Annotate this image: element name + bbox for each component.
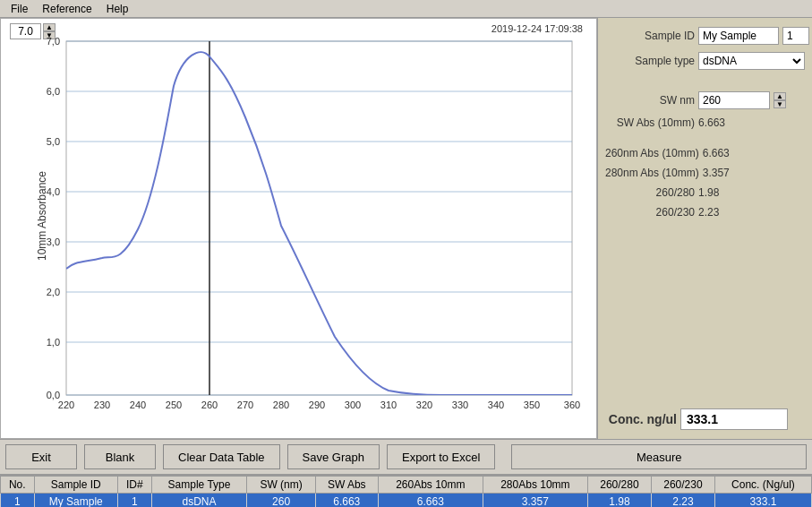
abs-280-label: 280nm Abs (10mm)	[605, 167, 699, 179]
table-cell: 333.1	[714, 494, 811, 508]
col-header-no: No.	[1, 477, 35, 494]
table-cell: 3.357	[483, 494, 587, 508]
svg-text:280: 280	[273, 400, 289, 410]
menu-reference[interactable]: Reference	[35, 2, 98, 16]
ratio-260-280-value: 1.98	[698, 186, 719, 199]
ratio-260-280-label: 260/280	[605, 186, 695, 199]
svg-text:2,0: 2,0	[47, 287, 60, 297]
sample-type-label: Sample type	[605, 55, 695, 67]
data-table: No. Sample ID ID# Sample Type SW (nm) SW…	[0, 476, 812, 507]
save-graph-button[interactable]: Save Graph	[287, 444, 380, 469]
y-scale-up-button[interactable]: ▲	[43, 23, 56, 31]
svg-text:300: 300	[345, 400, 361, 410]
col-header-abs-260: 260Abs 10mm	[378, 477, 483, 494]
sw-nm-label: SW nm	[605, 94, 695, 107]
abs-260-value: 6.663	[703, 147, 730, 159]
clear-data-table-button[interactable]: Clear Data Table	[163, 444, 280, 469]
sw-nm-down-button[interactable]: ▼	[774, 100, 786, 108]
sample-type-select[interactable]: dsDNA	[698, 52, 805, 70]
svg-text:260: 260	[201, 400, 218, 410]
sw-nm-spinner: ▲ ▼	[774, 92, 786, 108]
sw-abs-label: SW Abs (10mm)	[605, 116, 695, 129]
button-bar: Exit Blank Clear Data Table Save Graph E…	[0, 439, 812, 475]
table-cell: 6.663	[378, 494, 483, 508]
chart-timestamp: 2019-12-24 17:09:38	[491, 23, 583, 34]
sw-abs-value: 6.663	[698, 116, 725, 129]
graph-area: ▲ ▼ 2019-12-24 17:09:38 2层-50ul洗脱	[0, 18, 597, 439]
svg-text:5,0: 5,0	[47, 136, 60, 147]
svg-text:1,0: 1,0	[47, 337, 60, 348]
table-body: 1My Sample1dsDNA2606.6636.6633.3571.982.…	[1, 494, 812, 508]
col-header-conc: Conc. (Ng/ul)	[714, 477, 811, 494]
ratio-260-230-label: 260/230	[605, 206, 695, 219]
col-header-r260-230: 260/230	[651, 477, 714, 494]
col-header-abs-280: 280Abs 10mm	[483, 477, 587, 494]
ratio-260-280-row: 260/280 1.98	[605, 186, 805, 199]
table-cell: 1.98	[587, 494, 651, 508]
exit-button[interactable]: Exit	[5, 444, 77, 469]
col-header-sample-id: Sample ID	[34, 477, 118, 494]
main-layout: ▲ ▼ 2019-12-24 17:09:38 2层-50ul洗脱	[0, 18, 812, 439]
conc-label: Conc. ng/ul	[605, 412, 677, 426]
svg-text:320: 320	[416, 400, 432, 410]
sw-nm-up-button[interactable]: ▲	[774, 92, 786, 100]
table-cell: 2.23	[651, 494, 714, 508]
conc-row: Conc. ng/ul 333.1	[605, 408, 805, 430]
table-row[interactable]: 1My Sample1dsDNA2606.6636.6633.3571.982.…	[1, 494, 812, 508]
abs-260-row: 260nm Abs (10mm) 6.663	[605, 147, 805, 159]
table-header-row: No. Sample ID ID# Sample Type SW (nm) SW…	[1, 477, 812, 494]
sample-id-row: Sample ID	[605, 27, 805, 45]
sample-id-input[interactable]	[698, 27, 779, 45]
table-cell: 6.663	[315, 494, 378, 508]
menu-help[interactable]: Help	[99, 2, 136, 16]
svg-text:350: 350	[524, 400, 540, 410]
svg-text:290: 290	[309, 400, 325, 410]
export-to-excel-button[interactable]: Export to Excel	[387, 444, 495, 469]
col-header-id-num: ID#	[118, 477, 152, 494]
menu-file[interactable]: File	[4, 2, 35, 16]
col-header-sw-abs: SW Abs	[315, 477, 378, 494]
conc-value: 333.1	[680, 408, 788, 430]
sw-nm-row: SW nm ▲ ▼	[605, 91, 805, 109]
sw-abs-row: SW Abs (10mm) 6.663	[605, 116, 805, 129]
svg-text:7,0: 7,0	[47, 37, 60, 47]
right-panel: Sample ID Sample type dsDNA SW nm ▲ ▼ SW…	[597, 18, 812, 439]
col-header-sample-type: Sample Type	[151, 477, 247, 494]
svg-text:360: 360	[564, 400, 580, 410]
table-cell: 1	[118, 494, 152, 508]
table-cell: dsDNA	[151, 494, 247, 508]
measure-button[interactable]: Measure	[511, 444, 807, 469]
chart-svg: 7,0 6,0 5,0 4,0 3,0 2,0 1,0 0,0 220 230 …	[35, 37, 587, 411]
table-cell: 1	[1, 494, 35, 508]
col-header-r260-280: 260/280	[587, 477, 651, 494]
svg-text:310: 310	[380, 400, 397, 410]
blank-button[interactable]: Blank	[84, 444, 156, 469]
data-table-container: No. Sample ID ID# Sample Type SW (nm) SW…	[0, 475, 812, 507]
sample-number-input[interactable]	[782, 27, 809, 45]
sample-id-label: Sample ID	[605, 30, 695, 42]
svg-text:220: 220	[58, 400, 74, 410]
svg-text:340: 340	[488, 400, 504, 410]
ratio-260-230-row: 260/230 2.23	[605, 206, 805, 219]
menu-bar: File Reference Help	[0, 0, 812, 18]
table-cell: My Sample	[34, 494, 118, 508]
col-header-sw-nm: SW (nm)	[247, 477, 315, 494]
svg-text:330: 330	[452, 400, 468, 410]
svg-text:230: 230	[94, 400, 110, 410]
abs-280-row: 280nm Abs (10mm) 3.357	[605, 167, 805, 179]
svg-text:270: 270	[237, 400, 253, 410]
svg-text:10mm Absorbance: 10mm Absorbance	[36, 171, 48, 261]
svg-text:6,0: 6,0	[47, 86, 60, 97]
abs-280-value: 3.357	[703, 167, 730, 179]
table-cell: 260	[247, 494, 315, 508]
sample-type-row: Sample type dsDNA	[605, 52, 805, 70]
ratio-260-230-value: 2.23	[698, 206, 719, 219]
svg-text:240: 240	[130, 400, 146, 410]
sw-nm-input[interactable]	[698, 91, 770, 109]
svg-text:250: 250	[166, 400, 182, 410]
abs-260-label: 260nm Abs (10mm)	[605, 147, 699, 159]
